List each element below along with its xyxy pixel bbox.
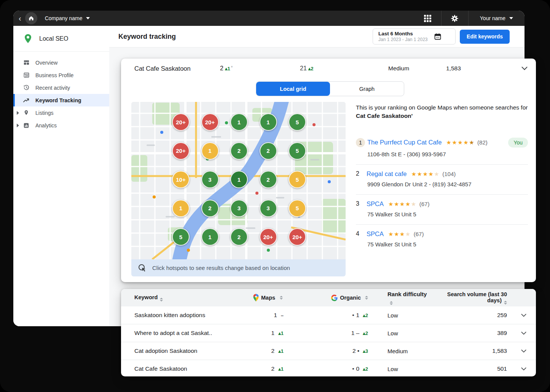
review-count: (67) bbox=[414, 231, 424, 237]
business-address: 75 Walker St Unit 5 bbox=[356, 241, 528, 248]
map-hotspot[interactable]: 5 bbox=[172, 228, 190, 246]
row-difficulty: Medium bbox=[376, 348, 431, 354]
business-link[interactable]: Regal cat cafe bbox=[367, 170, 407, 178]
company-menu[interactable]: Company name bbox=[45, 15, 90, 21]
business-link[interactable]: The Purrfect Cup Cat Cafe bbox=[367, 139, 442, 146]
tab-local-grid[interactable]: Local grid bbox=[256, 82, 330, 96]
star-icon: ★ bbox=[458, 139, 463, 146]
map-hotspot[interactable]: 2 bbox=[260, 171, 277, 188]
row-keyword: Saskatoon kitten adoptions bbox=[121, 312, 252, 319]
map-hotspot[interactable]: 20+ bbox=[172, 142, 190, 160]
expand-row-button[interactable] bbox=[512, 314, 536, 317]
header-organic[interactable]: Organic bbox=[306, 295, 376, 301]
sidebar-item-keyword-tracking[interactable]: Keyword Tracking bbox=[13, 94, 109, 106]
map-hotspot[interactable]: 3 bbox=[230, 200, 248, 217]
sidebar-item-analytics[interactable]: Analytics bbox=[13, 119, 109, 132]
map-hotspot[interactable]: 1 bbox=[230, 113, 248, 131]
map-hotspot[interactable]: 3 bbox=[260, 200, 277, 217]
map-hotspot[interactable]: 20+ bbox=[201, 113, 219, 131]
chevron-down-icon bbox=[86, 17, 90, 19]
sidebar-item-recent-activity[interactable]: Recent activity bbox=[13, 81, 109, 94]
map-hotspot[interactable]: 1 bbox=[172, 200, 190, 217]
map-hotspot[interactable]: 20+ bbox=[260, 228, 277, 246]
star-icon: ★ bbox=[394, 231, 400, 237]
map-hotspot[interactable]: 2 bbox=[201, 200, 219, 217]
map-hotspot[interactable]: 20+ bbox=[289, 228, 306, 246]
header-rank-difficulty[interactable]: Rank difficulty bbox=[376, 291, 431, 305]
expand-row-button[interactable] bbox=[512, 332, 536, 335]
map-hotspot[interactable]: 1 bbox=[201, 142, 219, 160]
user-menu[interactable]: Your name bbox=[469, 15, 524, 21]
star-icon: ★ bbox=[434, 171, 440, 177]
table-row: Where to adopt a cat Saskat.. 1▴1 1 –▴2 … bbox=[121, 324, 536, 342]
map-hotspot[interactable]: 5 bbox=[289, 200, 306, 217]
settings-button[interactable] bbox=[442, 11, 468, 26]
expand-icon[interactable] bbox=[17, 124, 19, 127]
back-icon[interactable]: ‹ bbox=[19, 14, 21, 22]
maps-rank-note: * bbox=[231, 65, 233, 70]
map-hotspot[interactable]: 2 bbox=[230, 228, 248, 246]
ranking-intro-keyword: Cat Cafe Saskatoon' bbox=[356, 113, 413, 119]
table-row: Saskatoon kitten adoptions 1– •1▴2 Low 2… bbox=[121, 306, 536, 324]
star-icon: ★ bbox=[422, 171, 428, 177]
ranking-result-1: 1 The Purrfect Cup Cat Cafe ★★★★★ (82) Y… bbox=[356, 132, 528, 164]
map-hotspot[interactable]: 2 bbox=[260, 142, 277, 160]
edit-keywords-button[interactable]: Edit keywords bbox=[460, 30, 510, 44]
row-keyword: Cat Cafe Saskatoon bbox=[121, 365, 252, 372]
maps-position: 2 bbox=[271, 348, 275, 354]
sidebar-item-business-profile[interactable]: Business Profile bbox=[13, 69, 109, 81]
business-link[interactable]: SPCA bbox=[367, 200, 384, 208]
brand-label: Local SEO bbox=[39, 35, 68, 42]
sidebar-item-overview[interactable]: Overview bbox=[13, 56, 109, 69]
organic-position: 1 bbox=[356, 312, 360, 319]
map-hotspot[interactable]: 5 bbox=[289, 171, 306, 188]
row-difficulty: Low bbox=[376, 312, 431, 319]
view-tabs: Local grid Graph bbox=[256, 81, 404, 96]
maps-change: ▴1 bbox=[278, 366, 284, 372]
header-search-volume[interactable]: Search volume (last 30 days) bbox=[431, 291, 512, 305]
header-maps[interactable]: Maps bbox=[252, 294, 306, 302]
organic-change: ▴2 bbox=[363, 313, 368, 318]
maps-position: 2 bbox=[271, 365, 275, 372]
map-area[interactable]: 20+20+11520+122510+31251233551220+20+ bbox=[131, 102, 346, 259]
tab-graph[interactable]: Graph bbox=[330, 82, 404, 96]
expand-icon[interactable] bbox=[17, 111, 19, 115]
apps-grid-button[interactable] bbox=[414, 11, 441, 26]
map-hotspot[interactable]: 10+ bbox=[172, 171, 190, 188]
map-hotspot[interactable]: 1 bbox=[201, 228, 219, 246]
home-button[interactable] bbox=[25, 12, 37, 24]
chevron-down-icon bbox=[521, 314, 526, 317]
sort-icon bbox=[504, 301, 507, 305]
sort-icon bbox=[280, 296, 283, 300]
map-hotspot[interactable]: 1 bbox=[260, 113, 277, 131]
collapse-row-button[interactable] bbox=[521, 65, 528, 72]
overview-icon bbox=[23, 59, 30, 66]
sort-icon bbox=[365, 296, 368, 300]
you-badge: You bbox=[508, 138, 528, 148]
map-hotspot[interactable]: 5 bbox=[289, 113, 306, 131]
date-range-dates: Jan 1 2023 - Jan 1 2023 bbox=[378, 37, 427, 42]
page-header: Keyword tracking Last 6 Months Jan 1 202… bbox=[109, 26, 524, 48]
business-link[interactable]: SPCA bbox=[367, 230, 384, 238]
star-icon: ★ bbox=[400, 201, 405, 207]
header-keyword[interactable]: Keyword bbox=[121, 294, 252, 302]
rank-difficulty-value: Medium bbox=[388, 65, 409, 72]
apps-grid-icon bbox=[424, 15, 431, 22]
map-hotspot[interactable]: 20+ bbox=[172, 113, 190, 131]
map-hotspot[interactable]: 2 bbox=[230, 142, 248, 160]
date-range-picker[interactable]: Last 6 Months Jan 1 2023 - Jan 1 2023 bbox=[373, 29, 456, 44]
expand-row-button[interactable] bbox=[512, 349, 536, 353]
review-count: (82) bbox=[477, 139, 488, 146]
local-grid-map: 20+20+11520+122510+31251233551220+20+ Cl… bbox=[131, 102, 346, 276]
expand-row-button[interactable] bbox=[512, 367, 536, 371]
map-hotspot[interactable]: 1 bbox=[230, 171, 248, 188]
organic-position: 0 bbox=[356, 365, 360, 372]
sidebar-item-listings[interactable]: Listings bbox=[13, 106, 109, 119]
google-icon bbox=[331, 295, 338, 301]
star-rating: ★★★★★ bbox=[388, 201, 417, 207]
business-profile-icon bbox=[23, 72, 30, 79]
map-hotspot[interactable]: 3 bbox=[201, 171, 219, 188]
keyword-summary-row: Cat Cafe Saskatoon 2▴1* 21▴2 Medium 1,58… bbox=[121, 59, 536, 78]
map-hotspot[interactable]: 5 bbox=[289, 142, 306, 160]
organic-rank-change: ▴2 bbox=[308, 66, 314, 71]
